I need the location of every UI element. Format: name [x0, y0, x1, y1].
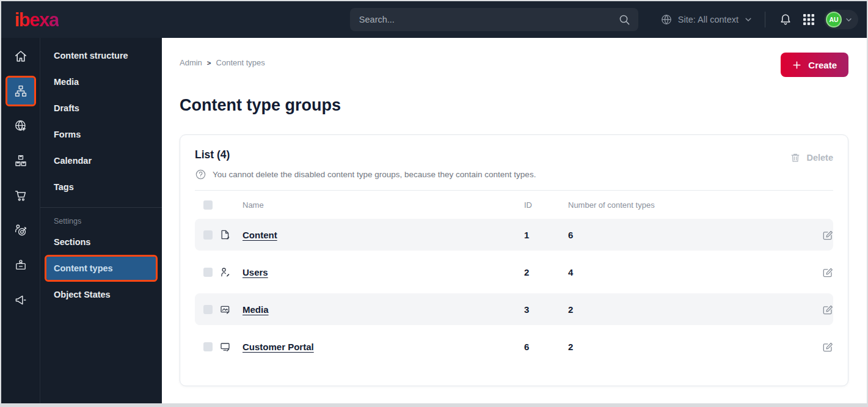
group-id: 3 — [524, 304, 568, 315]
sidebar-item-content-structure[interactable]: Content structure — [46, 44, 156, 67]
topbar: ibexa Site: All context — [1, 1, 867, 38]
campaign-megaphone-icon[interactable] — [7, 287, 34, 314]
admin-badge-icon[interactable] — [7, 252, 34, 279]
menu-divider — [40, 207, 162, 208]
avatar: AU — [826, 12, 842, 28]
group-count: 2 — [568, 342, 817, 352]
row-checkbox[interactable] — [203, 230, 213, 240]
delete-button[interactable]: Delete — [790, 152, 833, 163]
commerce-cart-icon[interactable] — [7, 182, 34, 209]
content-type-groups-card: List (4) You cannot delete the disabled … — [180, 134, 848, 386]
group-count: 6 — [568, 230, 817, 240]
chevron-down-icon — [744, 15, 753, 24]
app-window: ibexa Site: All context — [0, 0, 868, 407]
topbar-right: Site: All context AU — [660, 10, 858, 29]
global-search[interactable] — [350, 8, 638, 31]
group-id: 1 — [524, 230, 568, 240]
users-person-icon — [219, 266, 243, 278]
search-input[interactable] — [359, 15, 618, 24]
sidebar-menu: Content structure Media Drafts Forms Cal… — [40, 38, 162, 403]
group-link[interactable]: Customer Portal — [243, 342, 314, 352]
plus-icon — [792, 61, 801, 70]
apps-grid-icon[interactable] — [801, 12, 816, 27]
breadcrumb-content-types: Content types — [216, 58, 265, 67]
page-title: Content type groups — [180, 96, 848, 115]
edit-icon[interactable] — [822, 266, 833, 278]
main-content: Admin>Content types Create Content type … — [162, 38, 867, 403]
breadcrumb: Admin>Content types — [180, 53, 265, 67]
site-context-label: Site: All context — [678, 15, 739, 24]
sidebar-item-object-states[interactable]: Object States — [46, 283, 156, 306]
table-header: Name ID Number of content types — [195, 191, 833, 219]
column-header-id: ID — [524, 200, 568, 210]
sidebar-item-drafts[interactable]: Drafts — [46, 97, 156, 120]
edit-icon[interactable] — [822, 304, 833, 315]
table-row: Users 2 4 — [195, 256, 833, 288]
table-row: Customer Portal 6 2 — [195, 331, 833, 362]
row-checkbox[interactable] — [203, 268, 213, 277]
sidebar-item-content-types[interactable]: Content types — [46, 257, 156, 280]
media-image-icon — [219, 304, 243, 315]
personalization-target-icon[interactable] — [7, 217, 34, 244]
create-button-label: Create — [808, 60, 837, 70]
group-count: 4 — [568, 267, 817, 277]
group-link[interactable]: Media — [243, 304, 269, 315]
select-all-checkbox[interactable] — [203, 200, 213, 210]
column-header-name: Name — [243, 200, 524, 210]
delete-button-label: Delete — [806, 153, 833, 163]
settings-section-label: Settings — [40, 213, 162, 230]
sidebar-item-calendar[interactable]: Calendar — [46, 149, 156, 172]
content-structure-icon[interactable] — [7, 78, 34, 105]
edit-icon[interactable] — [822, 341, 833, 353]
group-link[interactable]: Users — [243, 267, 268, 277]
product-catalog-icon[interactable] — [7, 147, 34, 174]
group-count: 2 — [568, 304, 817, 315]
group-link[interactable]: Content — [243, 230, 277, 240]
content-file-icon — [219, 229, 243, 241]
edit-icon[interactable] — [822, 229, 833, 241]
home-icon[interactable] — [7, 43, 34, 70]
sidebar-item-sections[interactable]: Sections — [46, 230, 156, 254]
row-checkbox[interactable] — [203, 305, 213, 314]
table-row: Content 1 6 — [195, 219, 833, 251]
site-context-selector[interactable]: Site: All context — [660, 13, 753, 26]
site-globe-icon — [660, 13, 673, 26]
trash-icon — [790, 152, 801, 163]
sidebar-item-media[interactable]: Media — [46, 70, 156, 94]
column-header-count: Number of content types — [568, 200, 817, 210]
list-title: List (4) — [195, 148, 536, 161]
user-menu[interactable]: AU — [824, 10, 858, 29]
row-checkbox[interactable] — [203, 342, 213, 351]
search-icon[interactable] — [618, 13, 630, 26]
sidebar-item-forms[interactable]: Forms — [46, 123, 156, 146]
notifications-bell-icon[interactable] — [778, 12, 793, 28]
breadcrumb-separator: > — [207, 59, 211, 67]
create-button[interactable]: Create — [781, 53, 848, 77]
group-id: 2 — [524, 267, 568, 277]
ibexa-logo[interactable]: ibexa — [15, 10, 59, 29]
nav-rail — [1, 38, 40, 403]
customer-portal-monitor-icon — [219, 341, 243, 353]
list-help-text: You cannot delete the disabled content t… — [213, 170, 536, 179]
table-row: Media 3 2 — [195, 293, 833, 325]
site-icon[interactable] — [7, 112, 34, 139]
topbar-divider — [765, 12, 765, 28]
breadcrumb-admin[interactable]: Admin — [180, 58, 202, 67]
help-question-icon — [195, 169, 206, 180]
group-id: 6 — [524, 342, 568, 352]
sidebar-item-tags[interactable]: Tags — [46, 175, 156, 199]
chevron-down-icon — [845, 16, 853, 24]
